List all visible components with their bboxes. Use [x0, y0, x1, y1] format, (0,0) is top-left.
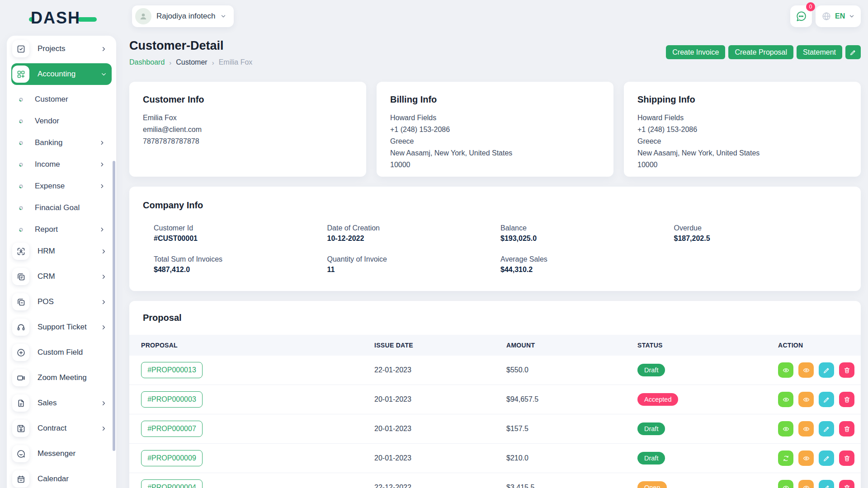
- column-header-issue-date: ISSUE DATE: [374, 342, 506, 349]
- info-line: +1 (248) 153-2086: [637, 124, 847, 136]
- row-actions: [778, 450, 854, 466]
- breadcrumb-dashboard[interactable]: Dashboard: [129, 58, 165, 66]
- preview-button[interactable]: [778, 362, 793, 378]
- sidebar-item-label: Finacial Goal: [35, 203, 112, 212]
- company-stats: Customer Id#CUST00001Date of Creation10-…: [143, 224, 847, 274]
- trash-icon: [843, 366, 851, 374]
- sidebar-item-messenger[interactable]: Messenger: [11, 443, 112, 465]
- edit-button[interactable]: [819, 421, 834, 436]
- messages-button[interactable]: 0: [790, 5, 812, 27]
- amount: $210.0: [506, 454, 637, 462]
- sidebar-item-zoom-meeting[interactable]: Zoom Meeting: [11, 367, 112, 389]
- preview-button[interactable]: [778, 421, 793, 436]
- sidebar-item-banking[interactable]: Banking: [11, 132, 112, 154]
- eye-icon: [802, 425, 810, 433]
- status-badge: Draft: [637, 422, 665, 435]
- sidebar-item-label: Projects: [38, 44, 100, 53]
- create-invoice-button[interactable]: Create Invoice: [666, 45, 725, 59]
- view-button[interactable]: [798, 480, 814, 488]
- eye-icon: [782, 425, 790, 433]
- stat-label: Balance: [500, 224, 674, 232]
- sidebar-item-label: Zoom Meeting: [38, 373, 112, 382]
- eye-icon: [782, 366, 790, 374]
- issue-date: 20-01-2023: [374, 454, 506, 462]
- sidebar-item-expense[interactable]: Expense: [11, 175, 112, 197]
- breadcrumb-separator: ›: [169, 59, 171, 66]
- convert-button[interactable]: [778, 450, 793, 466]
- sidebar-item-accounting[interactable]: Accounting: [11, 63, 112, 85]
- view-button[interactable]: [798, 392, 814, 407]
- pencil-icon: [849, 49, 857, 56]
- info-line: 10000: [637, 159, 847, 171]
- eye-icon: [782, 484, 790, 488]
- proposal-id-link[interactable]: #PROP000007: [141, 421, 203, 437]
- stat-value: $187,202.5: [674, 235, 848, 243]
- sidebar-item-customer[interactable]: Customer: [11, 89, 112, 110]
- preview-button[interactable]: [778, 480, 793, 488]
- crm-icon: [12, 268, 29, 285]
- view-button[interactable]: [798, 362, 814, 378]
- edit-button[interactable]: [819, 450, 834, 466]
- stat-value: $193,025.0: [500, 235, 674, 243]
- stat-overdue: Overdue$187,202.5: [674, 224, 848, 243]
- card-lines: Howard Fields+1 (248) 153-2086GreeceNew …: [390, 112, 600, 171]
- amount: $94,657.5: [506, 395, 637, 404]
- issue-date: 22-01-2023: [374, 366, 506, 374]
- sidebar-item-pos[interactable]: POS: [11, 291, 112, 313]
- delete-button[interactable]: [839, 480, 854, 488]
- amount: $550.0: [506, 366, 637, 374]
- delete-button[interactable]: [839, 450, 854, 466]
- sidebar-item-contract[interactable]: Contract: [11, 418, 112, 439]
- sidebar-item-vendor[interactable]: Vendor: [11, 110, 112, 132]
- language-selector[interactable]: EN: [816, 5, 861, 27]
- sidebar-item-label: Income: [35, 160, 99, 169]
- sidebar-scrollbar[interactable]: [113, 161, 115, 451]
- delete-button[interactable]: [839, 421, 854, 436]
- proposal-table-body: #PROP00001322-01-2023$550.0Draft#PROP000…: [129, 356, 861, 488]
- workspace-avatar: [135, 8, 151, 24]
- chevron-right-icon: [99, 140, 105, 146]
- sidebar-item-report[interactable]: Report: [11, 219, 112, 240]
- amount: $157.5: [506, 425, 637, 433]
- create-proposal-button[interactable]: Create Proposal: [728, 45, 793, 59]
- workspace-selector[interactable]: Rajodiya infotech: [132, 5, 234, 27]
- edit-button[interactable]: [819, 362, 834, 378]
- sidebar-item-calendar[interactable]: Calendar: [11, 468, 112, 488]
- calendar-icon: [12, 470, 29, 488]
- edit-button[interactable]: [819, 480, 834, 488]
- proposal-table-header: PROPOSALISSUE DATEAMOUNTSTATUSACTION: [129, 335, 861, 356]
- sidebar-item-crm[interactable]: CRM: [11, 266, 112, 287]
- dot-icon: [18, 140, 24, 146]
- sidebar-item-finacial-goal[interactable]: Finacial Goal: [11, 197, 112, 219]
- delete-button[interactable]: [839, 362, 854, 378]
- issue-date: 20-01-2023: [374, 425, 506, 433]
- sidebar-item-projects[interactable]: Projects: [11, 38, 112, 60]
- delete-button[interactable]: [839, 392, 854, 407]
- preview-button[interactable]: [778, 392, 793, 407]
- stat-total-sum-of-invoices: Total Sum of Invoices$487,412.0: [154, 255, 327, 274]
- sidebar-item-custom-field[interactable]: Custom Field: [11, 342, 112, 363]
- view-button[interactable]: [798, 421, 814, 436]
- statement-button[interactable]: Statement: [797, 45, 842, 59]
- proposal-id-link[interactable]: #PROP000013: [141, 362, 203, 378]
- chevron-right-icon: [100, 425, 107, 432]
- sidebar-item-support-ticket[interactable]: Support Ticket: [11, 316, 112, 338]
- proposal-id-link[interactable]: #PROP000003: [141, 391, 203, 408]
- proposal-id-link[interactable]: #PROP000009: [141, 450, 203, 466]
- edit-button[interactable]: [819, 392, 834, 407]
- page-actions: Create InvoiceCreate ProposalStatement: [666, 45, 861, 59]
- stat-label: Average Sales: [500, 255, 674, 263]
- document-icon: [12, 394, 29, 412]
- edit-customer-button[interactable]: [845, 45, 861, 59]
- sidebar-item-sales[interactable]: Sales: [11, 392, 112, 414]
- dot-icon: [18, 161, 24, 168]
- eye-icon: [802, 396, 810, 404]
- breadcrumb-separator: ›: [212, 59, 214, 66]
- view-button[interactable]: [798, 450, 814, 466]
- sidebar-item-hrm[interactable]: HRM: [11, 240, 112, 262]
- page-title: Customer-Detail: [129, 39, 252, 53]
- sidebar-item-income[interactable]: Income: [11, 154, 112, 175]
- proposal-id-link[interactable]: #PROP000004: [141, 479, 203, 488]
- chevron-right-icon: [99, 183, 105, 189]
- sidebar-item-label: Expense: [35, 182, 99, 191]
